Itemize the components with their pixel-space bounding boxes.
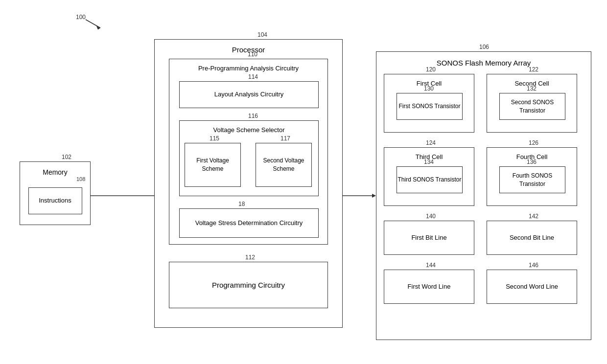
second-voltage-label: Second Voltage Scheme (256, 157, 311, 173)
first-sonos-label: First SONOS Transistor (398, 102, 460, 111)
ref-120-label: 120 (426, 66, 436, 74)
second-word-label: Second Word Line (506, 282, 558, 291)
first-word-line-box: First Word Line 144 (384, 270, 474, 304)
ref-108-label: 108 (76, 176, 85, 183)
ref-122-label: 122 (529, 66, 538, 74)
fourth-sonos-box: Fourth SONOS Transistor 136 (499, 166, 565, 193)
ref-132-label: 132 (527, 85, 537, 93)
instructions-label: Instructions (39, 196, 71, 205)
layout-label: Layout Analysis Circuitry (214, 90, 284, 99)
ref-112-label: 112 (245, 253, 255, 262)
ref-116-label: 116 (248, 112, 258, 120)
second-cell-box: Second Cell 122 Second SONOS Transistor … (487, 74, 577, 133)
second-voltage-box: Second Voltage Scheme 117 (256, 143, 312, 187)
second-sonos-box: Second SONOS Transistor 132 (499, 93, 565, 120)
ref-118-label: 18 (238, 200, 245, 208)
ref-136-label: 136 (527, 158, 537, 166)
ref-134-label: 134 (424, 158, 434, 166)
ref-117-label: 117 (280, 135, 290, 143)
voltage-stress-label: Voltage Stress Determination Circuitry (195, 219, 303, 228)
pre-programming-box: Pre-Programming Analysis Circuitry 110 L… (169, 59, 328, 245)
ref-142-label: 142 (529, 212, 538, 221)
first-sonos-box: First SONOS Transistor 130 (397, 93, 463, 120)
sonos-array-box: SONOS Flash Memory Array 106 First Cell … (376, 51, 591, 340)
ref-102-label: 102 (62, 153, 71, 161)
second-sonos-label: Second SONOS Transistor (500, 98, 565, 115)
programming-label: Programming Circuitry (212, 280, 285, 290)
first-cell-box: First Cell 120 First SONOS Transistor 13… (384, 74, 474, 133)
voltage-stress-box: Voltage Stress Determination Circuitry 1… (179, 208, 319, 238)
ref-100-arrow (83, 17, 103, 29)
first-voltage-box: First Voltage Scheme 115 (185, 143, 241, 187)
first-voltage-label: First Voltage Scheme (185, 157, 240, 173)
ref-140-label: 140 (426, 212, 436, 221)
instructions-box: Instructions (28, 187, 82, 214)
programming-circuitry-box: Programming Circuitry 112 (169, 262, 328, 308)
voltage-scheme-selector-label: Voltage Scheme Selector (180, 126, 318, 135)
ref-110-label: 110 (248, 50, 257, 59)
second-bit-line-box: Second Bit Line 142 (487, 221, 577, 255)
memory-box: Memory Instructions 102 108 (20, 161, 91, 225)
ref-114-label: 114 (248, 73, 258, 81)
sonos-array-label: SONOS Flash Memory Array (376, 58, 591, 68)
first-bit-line-box: First Bit Line 140 (384, 221, 474, 255)
second-word-line-box: Second Word Line 146 (487, 270, 577, 304)
ref-126-label: 126 (529, 139, 538, 147)
svg-line-4 (86, 20, 100, 28)
ref-115-label: 115 (210, 135, 219, 143)
layout-analysis-box: Layout Analysis Circuitry 114 (179, 81, 319, 108)
ref-104-label: 104 (257, 31, 267, 39)
third-sonos-box: Third SONOS Transistor 134 (397, 166, 463, 193)
third-cell-box: Third Cell 124 Third SONOS Transistor 13… (384, 147, 474, 206)
first-bit-label: First Bit Line (411, 233, 446, 242)
third-sonos-label: Third SONOS Transistor (397, 176, 461, 184)
ref-106-label: 106 (479, 43, 489, 51)
svg-marker-3 (372, 194, 376, 198)
pre-prog-label: Pre-Programming Analysis Circuitry (169, 64, 327, 73)
first-word-label: First Word Line (408, 282, 451, 291)
fourth-sonos-label: Fourth SONOS Transistor (500, 172, 565, 188)
voltage-scheme-selector-box: Voltage Scheme Selector 116 First Voltag… (179, 120, 319, 196)
fourth-cell-box: Fourth Cell 126 Fourth SONOS Transistor … (487, 147, 577, 206)
diagram: 100 Memory Instructions 102 108 Processo… (0, 0, 607, 364)
ref-130-label: 130 (424, 85, 434, 93)
ref-144-label: 144 (426, 261, 436, 270)
second-bit-label: Second Bit Line (510, 233, 554, 242)
ref-146-label: 146 (529, 261, 538, 270)
ref-124-label: 124 (426, 139, 436, 147)
